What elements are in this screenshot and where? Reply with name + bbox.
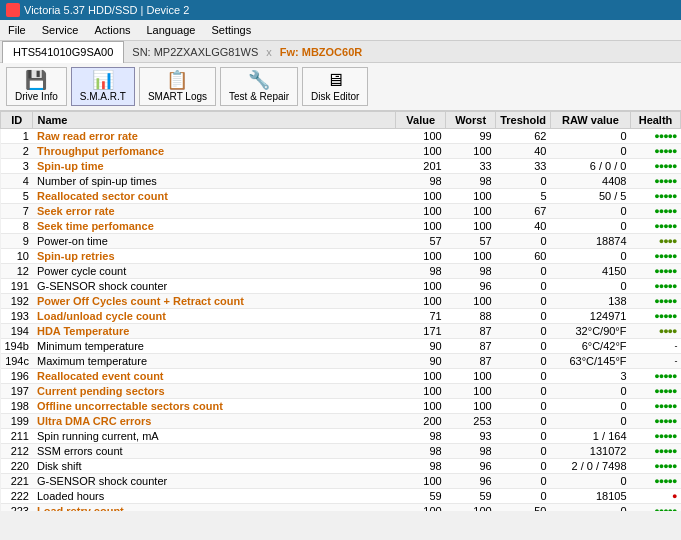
table-row[interactable]: 211 Spin running current, mA 98 93 0 1 /… [1,429,681,444]
cell-id: 197 [1,384,33,399]
cell-treshold: 0 [496,234,551,249]
table-row[interactable]: 3 Spin-up time 201 33 33 6 / 0 / 0 ●●●●● [1,159,681,174]
cell-worst: 98 [446,264,496,279]
cell-health: ●●●●● [631,399,681,414]
table-row[interactable]: 8 Seek time perfomance 100 100 40 0 ●●●●… [1,219,681,234]
device-tab[interactable]: HTS541010G9SA00 [2,41,124,63]
test-repair-button[interactable]: 🔧 Test & Repair [220,67,298,106]
menu-actions[interactable]: Actions [86,22,138,38]
cell-health: ●●●●● [631,249,681,264]
cell-treshold: 0 [496,459,551,474]
cell-raw: 4408 [551,174,631,189]
cell-name: Power-on time [33,234,396,249]
cell-name: Spin-up time [33,159,396,174]
table-row[interactable]: 199 Ultra DMA CRC errors 200 253 0 0 ●●●… [1,414,681,429]
cell-treshold: 0 [496,444,551,459]
cell-value: 100 [396,219,446,234]
cell-treshold: 0 [496,429,551,444]
cell-name: Throughput perfomance [33,144,396,159]
smart-button[interactable]: 📊 S.M.A.R.T [71,67,135,106]
cell-raw: 124971 [551,309,631,324]
table-row[interactable]: 222 Loaded hours 59 59 0 18105 ● [1,489,681,504]
cell-worst: 100 [446,369,496,384]
cell-worst: 57 [446,234,496,249]
cell-name: Power Off Cycles count + Retract count [33,294,396,309]
table-row[interactable]: 1 Raw read error rate 100 99 62 0 ●●●●● [1,129,681,144]
cell-value: 100 [396,504,446,512]
cell-name: G-SENSOR shock counter [33,474,396,489]
cell-treshold: 33 [496,159,551,174]
table-row[interactable]: 194b Minimum temperature 90 87 0 6°C/42°… [1,339,681,354]
cell-name: Ultra DMA CRC errors [33,414,396,429]
cell-treshold: 0 [496,339,551,354]
cell-treshold: 0 [496,264,551,279]
cell-value: 201 [396,159,446,174]
table-row[interactable]: 220 Disk shift 98 96 0 2 / 0 / 7498 ●●●●… [1,459,681,474]
cell-health: ●●●●● [631,369,681,384]
cell-id: 3 [1,159,33,174]
table-row[interactable]: 10 Spin-up retries 100 100 60 0 ●●●●● [1,249,681,264]
cell-raw: 0 [551,219,631,234]
cell-id: 199 [1,414,33,429]
table-row[interactable]: 2 Throughput perfomance 100 100 40 0 ●●●… [1,144,681,159]
cell-name: Current pending sectors [33,384,396,399]
cell-id: 4 [1,174,33,189]
cell-health: ●●●●● [631,504,681,512]
table-row[interactable]: 221 G-SENSOR shock counter 100 96 0 0 ●●… [1,474,681,489]
table-row[interactable]: 191 G-SENSOR shock counter 100 96 0 0 ●●… [1,279,681,294]
menu-service[interactable]: Service [34,22,87,38]
firmware-version: Fw: MBZOC60R [272,44,371,60]
cell-value: 100 [396,384,446,399]
cell-id: 211 [1,429,33,444]
cell-name: Maximum temperature [33,354,396,369]
cell-id: 191 [1,279,33,294]
cell-name: Disk shift [33,459,396,474]
smart-table-container[interactable]: ID Name Value Worst Treshold RAW value H… [0,111,681,511]
col-treshold: Treshold [496,112,551,129]
smart-logs-button[interactable]: 📋 SMART Logs [139,67,216,106]
table-row[interactable]: 198 Offline uncorrectable sectors count … [1,399,681,414]
cell-value: 90 [396,339,446,354]
cell-id: 194c [1,354,33,369]
cell-raw: 0 [551,504,631,512]
drive-info-label: Drive Info [15,91,58,102]
cell-value: 100 [396,399,446,414]
cell-raw: 63°C/145°F [551,354,631,369]
table-row[interactable]: 194 HDA Temperature 171 87 0 32°C/90°F ●… [1,324,681,339]
cell-value: 100 [396,249,446,264]
smart-label: S.M.A.R.T [80,91,126,102]
table-row[interactable]: 12 Power cycle count 98 98 0 4150 ●●●●● [1,264,681,279]
cell-worst: 93 [446,429,496,444]
table-row[interactable]: 194c Maximum temperature 90 87 0 63°C/14… [1,354,681,369]
table-row[interactable]: 4 Number of spin-up times 98 98 0 4408 ●… [1,174,681,189]
table-row[interactable]: 9 Power-on time 57 57 0 18874 ●●●● [1,234,681,249]
table-row[interactable]: 223 Load retry count 100 100 50 0 ●●●●● [1,504,681,512]
cell-treshold: 0 [496,324,551,339]
table-row[interactable]: 197 Current pending sectors 100 100 0 0 … [1,384,681,399]
cell-worst: 100 [446,504,496,512]
disk-editor-button[interactable]: 🖥 Disk Editor [302,67,368,106]
table-row[interactable]: 192 Power Off Cycles count + Retract cou… [1,294,681,309]
drive-info-button[interactable]: 💾 Drive Info [6,67,67,106]
cell-raw: 138 [551,294,631,309]
table-row[interactable]: 193 Load/unload cycle count 71 88 0 1249… [1,309,681,324]
cell-id: 194 [1,324,33,339]
cell-value: 100 [396,369,446,384]
cell-health: ●●●●● [631,264,681,279]
cell-id: 192 [1,294,33,309]
cell-worst: 100 [446,294,496,309]
cell-treshold: 0 [496,174,551,189]
test-repair-icon: 🔧 [248,71,270,89]
menu-settings[interactable]: Settings [203,22,259,38]
table-row[interactable]: 196 Reallocated event count 100 100 0 3 … [1,369,681,384]
cell-id: 212 [1,444,33,459]
cell-treshold: 0 [496,369,551,384]
table-row[interactable]: 5 Reallocated sector count 100 100 5 50 … [1,189,681,204]
cell-health: ●●●●● [631,174,681,189]
table-row[interactable]: 7 Seek error rate 100 100 67 0 ●●●●● [1,204,681,219]
menu-language[interactable]: Language [139,22,204,38]
cell-health: ●●●●● [631,294,681,309]
cell-id: 198 [1,399,33,414]
table-row[interactable]: 212 SSM errors count 98 98 0 131072 ●●●●… [1,444,681,459]
menu-file[interactable]: File [0,22,34,38]
